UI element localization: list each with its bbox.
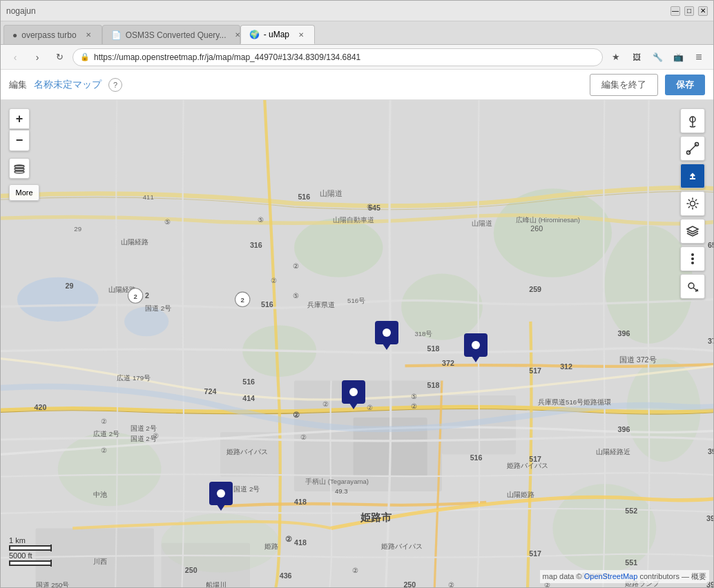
layer-button[interactable] [9, 158, 30, 179]
edit-label: 編集 [9, 79, 27, 91]
tab2-label: OSM3S Converted Query... [126, 30, 226, 40]
nav-action4[interactable]: ≡ [690, 48, 708, 66]
tab-osm3s[interactable]: 📄 OSM3S Converted Query... ✕ [102, 25, 240, 44]
save-button[interactable]: 保存 [665, 75, 705, 95]
svg-text:②: ② [101, 447, 107, 454]
close-button[interactable]: ✕ [698, 6, 708, 16]
svg-text:②: ② [271, 277, 277, 284]
svg-text:399: 399 [706, 514, 713, 522]
svg-point-129 [691, 253, 694, 256]
svg-text:②: ② [153, 432, 159, 440]
upload-icon [686, 169, 699, 183]
map-background: 山陽道 山陽自動車道 広峰山 (Hirominesan) 260 山陽道 259… [1, 100, 713, 587]
map-pin-1[interactable] [375, 321, 398, 344]
more-tools-button[interactable] [680, 246, 705, 271]
tab1-close[interactable]: ✕ [84, 30, 93, 40]
map-attribution: map data © OpenStreetMap contributors — … [540, 570, 709, 583]
marker-icon [686, 114, 699, 128]
svg-text:⑤: ⑤ [293, 292, 299, 300]
svg-text:兵庫県道: 兵庫県道 [307, 301, 335, 308]
stack-layers-icon [686, 224, 699, 238]
reload-button[interactable]: ↻ [50, 48, 68, 66]
svg-text:518: 518 [427, 381, 440, 389]
zoom-out-button[interactable]: − [9, 130, 30, 151]
pin-2-dot [472, 341, 480, 349]
svg-text:316: 316 [250, 241, 262, 249]
tab-umap[interactable]: 🌍 - uMap ✕ [240, 25, 315, 44]
tab2-close[interactable]: ✕ [233, 30, 240, 40]
svg-text:国道 250号: 国道 250号 [36, 581, 70, 587]
add-marker-button[interactable] [680, 108, 705, 133]
more-button[interactable]: More [9, 184, 39, 201]
finish-edit-button[interactable]: 編集を終了 [590, 74, 658, 96]
key-button[interactable] [680, 274, 705, 299]
svg-text:516: 516 [261, 300, 273, 308]
svg-text:山陽自動車道: 山陽自動車道 [333, 216, 374, 224]
pin-2-body [464, 333, 488, 357]
map-container[interactable]: 山陽道 山陽自動車道 広峰山 (Hirominesan) 260 山陽道 259… [1, 100, 713, 587]
svg-text:②: ② [293, 411, 300, 419]
svg-text:広道 179号: 広道 179号 [117, 374, 151, 382]
map-pin-4[interactable] [209, 482, 233, 505]
svg-text:②: ② [322, 400, 329, 408]
upload-button[interactable] [680, 164, 705, 188]
svg-text:兵庫県道516号姫路循環: 兵庫県道516号姫路循環 [538, 398, 611, 406]
map-title[interactable]: 名称未定マップ [34, 79, 102, 91]
url-bar[interactable]: 🔒 https://umap.openstreetmap.fr/ja/map/m… [73, 48, 603, 66]
map-pin-2[interactable] [464, 333, 488, 357]
app-header: 編集 名称未定マップ ? 編集を終了 保存 [1, 70, 713, 100]
svg-text:418: 418 [294, 498, 307, 506]
back-button[interactable]: ‹ [6, 48, 24, 66]
settings-button[interactable] [680, 191, 705, 216]
svg-text:国道 372号: 国道 372号 [619, 355, 657, 364]
svg-point-130 [691, 257, 694, 260]
svg-text:259: 259 [529, 285, 541, 293]
svg-text:29: 29 [65, 282, 73, 290]
tab3-close[interactable]: ✕ [296, 30, 306, 39]
tab-overpass-turbo[interactable]: ● overpass turbo ✕ [3, 25, 102, 44]
svg-text:312: 312 [560, 362, 572, 371]
svg-text:⑤: ⑤ [164, 218, 171, 226]
pin-4-dot [217, 489, 225, 498]
scale-ft-ruler [9, 560, 52, 567]
svg-text:250: 250 [403, 580, 416, 587]
map-pin-3[interactable] [342, 380, 365, 404]
svg-text:⑤: ⑤ [367, 203, 373, 210]
nav-action1[interactable]: 🖼 [628, 48, 646, 66]
svg-text:②: ② [293, 262, 299, 270]
svg-text:260: 260 [530, 224, 543, 233]
draw-line-button[interactable] [680, 136, 705, 161]
zoom-in-button[interactable]: + [9, 108, 30, 129]
osm-link[interactable]: OpenStreetMap [584, 572, 638, 580]
tab3-label: - uMap [264, 30, 289, 39]
nav-action2[interactable]: 🔧 [648, 48, 666, 66]
svg-text:372: 372 [442, 359, 454, 367]
layers-icon [13, 162, 26, 175]
tab1-label: overpass turbo [21, 30, 76, 40]
svg-text:広道 2号: 広道 2号 [93, 430, 119, 438]
minimize-button[interactable]: — [670, 6, 680, 16]
svg-text:2: 2 [241, 296, 244, 304]
layers-button[interactable] [680, 219, 705, 244]
more-dots-icon [686, 252, 699, 266]
svg-text:29: 29 [74, 225, 81, 233]
svg-text:山陽姫路: 山陽姫路 [507, 491, 534, 498]
scale-km-ruler [9, 545, 52, 551]
svg-text:516: 516 [242, 378, 255, 386]
forward-button[interactable]: › [28, 48, 46, 66]
bookmark-button[interactable]: ★ [607, 48, 625, 66]
nav-action3[interactable]: 📺 [669, 48, 687, 66]
svg-text:⑤: ⑤ [258, 216, 264, 224]
svg-text:②: ② [448, 581, 454, 587]
svg-text:516: 516 [470, 453, 483, 462]
pin-3-body [342, 380, 365, 404]
svg-text:2: 2 [133, 293, 137, 300]
tab1-icon: ● [12, 30, 17, 40]
help-button[interactable]: ? [108, 78, 122, 92]
pin-1-body [375, 321, 398, 344]
polyline-icon [686, 141, 699, 155]
scale-bar: 1 km 5000 ft [9, 536, 52, 567]
username-label: nogajun [6, 6, 36, 16]
svg-text:518: 518 [427, 344, 440, 353]
maximize-button[interactable]: □ [684, 6, 694, 16]
